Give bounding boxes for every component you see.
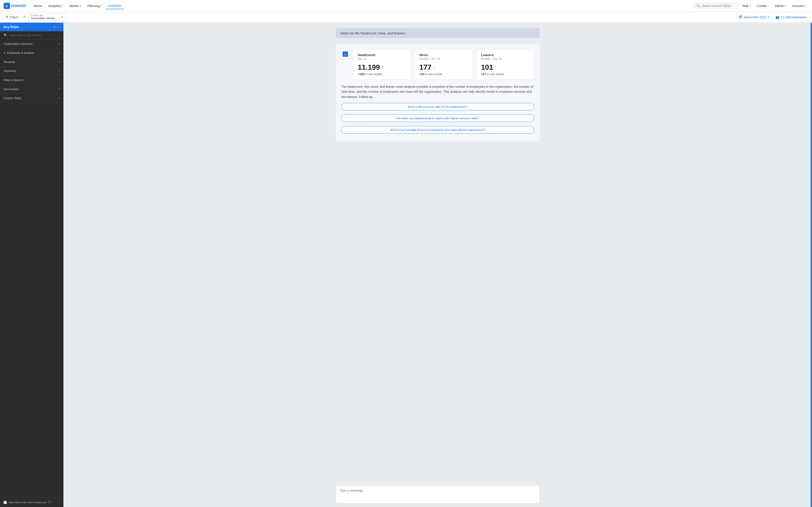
close-icon: ✕ xyxy=(5,15,8,19)
main-layout: Key Roles ▾ ··· 🔍 Organization structure… xyxy=(0,23,812,507)
headcount-change-number: +100 xyxy=(358,72,364,76)
calendar-icon: 📅 xyxy=(739,15,743,19)
planning-chevron-icon: ▾ xyxy=(101,5,102,7)
user-message: show me the headcount, hires, and leaver… xyxy=(336,28,540,38)
hires-change-number: +24 xyxy=(419,72,424,76)
logo-text: crunchr xyxy=(11,3,26,8)
admin-chevron-icon: ▾ xyxy=(784,5,786,7)
search-input[interactable] xyxy=(702,4,733,7)
svg-text:c: c xyxy=(344,53,346,56)
sidebar-item-succession[interactable]: Succession ▾ xyxy=(0,84,63,94)
date-chevron-icon: ▾ xyxy=(768,16,769,18)
sidebar: Key Roles ▾ ··· 🔍 Organization structure… xyxy=(0,23,63,507)
nav-create[interactable]: Create ▾ xyxy=(754,3,771,9)
employee-position-chevron-icon: ▾ xyxy=(58,51,60,54)
filter-bar: ✕ Filters ↺ Position title Accountant, A… xyxy=(0,12,812,23)
crunchr-logo-card: c xyxy=(341,50,349,58)
hires-card: Hires Monthly · Dec '21 177 ↑ +24 in one… xyxy=(415,49,473,80)
date-picker-button[interactable]: 📅 December 2021 ▾ xyxy=(737,14,771,20)
account-chevron-icon: ▾ xyxy=(805,5,806,7)
sidebar-item-rewards[interactable]: Rewards ▾ xyxy=(0,57,63,66)
people-icon: 👥 xyxy=(775,15,779,19)
nav-account[interactable]: Account ▾ xyxy=(789,3,808,9)
followup-list: What is the turnover rate for the organi… xyxy=(341,103,534,136)
nav-stories[interactable]: Stories ▾ xyxy=(66,3,84,9)
filter-right-area: 📅 December 2021 ▾ 👥 11.199 employees xyxy=(737,14,808,20)
leavers-value: 101 xyxy=(481,63,493,71)
headcount-card: Headcount Dec '21 11.199 ↑ +100 in one m… xyxy=(353,49,411,80)
sidebar-item-org-structure[interactable]: Organization structure ▾ xyxy=(0,39,63,48)
response-text: The headcount, hire count, and leaver co… xyxy=(341,84,534,99)
sidebar-item-hierarchy[interactable]: Hierarchy ▾ xyxy=(0,66,63,75)
zero-headcount-checkbox[interactable] xyxy=(4,501,7,504)
global-search[interactable]: 🔍 xyxy=(693,3,739,9)
key-roles-label: Key Roles xyxy=(4,25,19,29)
headcount-arrow-icon: ↑ xyxy=(381,65,383,70)
hierarchy-chevron-icon: ▾ xyxy=(58,69,60,72)
sidebar-search-area: 🔍 xyxy=(0,31,63,39)
nav-help[interactable]: Help ▾ xyxy=(739,3,753,9)
filter-chip-remove[interactable]: ✕ xyxy=(61,15,64,19)
search-icon: 🔍 xyxy=(697,4,700,7)
sidebar-search-input[interactable] xyxy=(9,34,60,37)
hires-value: 177 xyxy=(419,63,432,71)
history-icon[interactable]: ↺ xyxy=(23,15,26,19)
followup-question-3[interactable]: What is the average tenure of employees … xyxy=(341,126,534,133)
key-roles-more-icon[interactable]: ··· xyxy=(57,25,60,29)
stories-chevron-icon: ▾ xyxy=(80,5,81,7)
rewards-chevron-icon: ▾ xyxy=(58,60,60,63)
filters-close-button[interactable]: ✕ Filters xyxy=(4,14,20,20)
create-chevron-icon: ▾ xyxy=(767,5,768,7)
message-input-area xyxy=(63,482,812,507)
leavers-change-number: +17 xyxy=(481,72,486,76)
chat-area: show me the headcount, hires, and leaver… xyxy=(63,23,812,482)
followup-question-1[interactable]: What is the turnover rate for the organi… xyxy=(341,103,534,110)
help-chevron-icon: ▾ xyxy=(750,5,751,7)
sidebar-item-employee-position[interactable]: Employee & position ▾ xyxy=(0,48,63,57)
nav-planning[interactable]: Planning ▾ xyxy=(85,3,105,9)
message-input[interactable] xyxy=(340,489,536,492)
nav-home[interactable]: Home xyxy=(31,3,44,9)
key-roles-section[interactable]: Key Roles ▾ ··· xyxy=(0,23,63,31)
sidebar-search-icon: 🔍 xyxy=(4,34,7,37)
nav-right-items: Help ▾ Create ▾ Admin ▾ Account ▾ xyxy=(739,3,808,9)
nav-admin[interactable]: Admin ▾ xyxy=(772,3,789,9)
right-accent-bar xyxy=(811,23,812,507)
message-input-box[interactable] xyxy=(336,485,540,503)
hires-leavers-chevron-icon: ▾ xyxy=(58,78,60,81)
leavers-arrow-icon: ↑ xyxy=(494,65,496,70)
info-icon[interactable]: ⓘ xyxy=(48,500,51,504)
logo[interactable]: c crunchr xyxy=(4,3,26,9)
main-content: show me the headcount, hires, and leaver… xyxy=(63,23,812,507)
key-roles-chevron-icon[interactable]: ▾ xyxy=(54,25,55,29)
employee-position-dot xyxy=(4,52,5,54)
svg-text:c: c xyxy=(6,4,8,8)
top-navigation: c crunchr Home Analytics ▾ Stories ▾ Pla… xyxy=(0,0,812,12)
sidebar-bottom-options: Hide items with zero headcount ⓘ xyxy=(0,498,63,507)
key-roles-controls: ▾ ··· xyxy=(54,25,60,29)
org-structure-chevron-icon: ▾ xyxy=(58,42,60,45)
headcount-value: 11.199 xyxy=(358,63,380,71)
nav-analytics[interactable]: Analytics ▾ xyxy=(45,3,65,9)
metrics-row: c Headcount Dec '21 11.199 ↑ +100 xyxy=(341,49,534,80)
response-card: c Headcount Dec '21 11.199 ↑ +100 xyxy=(336,44,540,141)
succession-chevron-icon: ▾ xyxy=(58,88,60,91)
sidebar-item-custom-fields[interactable]: Custom fields ▾ xyxy=(0,94,63,103)
analytics-chevron-icon: ▾ xyxy=(62,5,63,7)
custom-fields-chevron-icon: ▾ xyxy=(58,97,60,100)
nav-assistant[interactable]: Assistant xyxy=(106,2,124,9)
followup-question-2[interactable]: Are there any departments or teams with … xyxy=(341,115,534,122)
hires-arrow-icon: ↑ xyxy=(433,65,435,70)
position-title-filter[interactable]: Position title Accountant, Advisor, ... … xyxy=(29,13,66,21)
leavers-card: Leavers Monthly · Dec '21 101 ↑ +17 in o… xyxy=(476,49,534,80)
sidebar-item-hires-leavers[interactable]: Hires & leavers ▾ xyxy=(0,75,63,84)
employee-count-display: 👥 11.199 employees xyxy=(774,14,808,20)
